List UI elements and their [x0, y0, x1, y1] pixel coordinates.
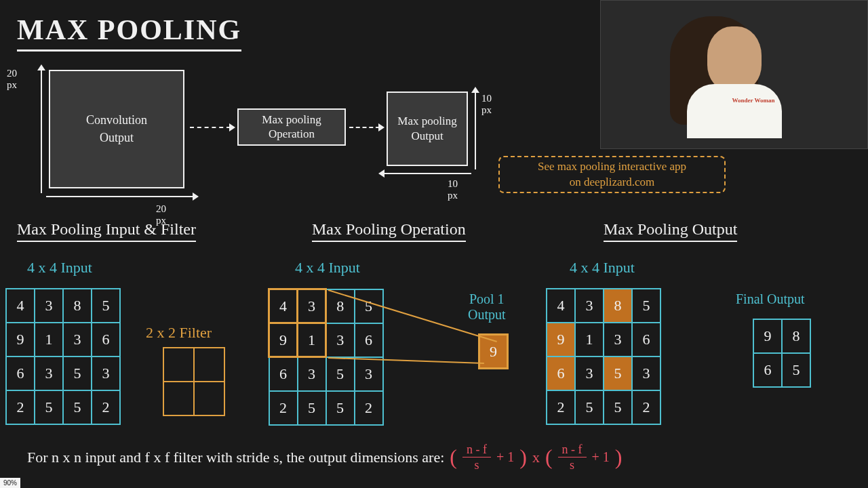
grid-cell: 6 [753, 353, 782, 387]
grid-cell: 3 [575, 289, 604, 323]
dim-10px-h: 10 px [448, 178, 458, 201]
zoom-indicator: 90% [0, 478, 20, 488]
grid-cell: 5 [63, 390, 92, 424]
grid-cell: 5 [35, 390, 63, 424]
grid-cell: 3 [575, 357, 604, 390]
grid-cell: 3 [632, 357, 660, 390]
grid-cell: 1 [298, 323, 326, 357]
grid-cell: 3 [326, 323, 355, 357]
grid-cell: 9 [269, 323, 298, 357]
grid-cell: 9 [547, 323, 575, 357]
label-final-output: Final Output [736, 291, 805, 307]
grid-cell: 2 [6, 390, 35, 424]
convolution-output-box: Convolution Output [49, 70, 184, 188]
grid-cell: 3 [63, 323, 92, 357]
grid-cell: 3 [92, 357, 120, 390]
grid-cell: 5 [92, 289, 120, 323]
grid-cell: 3 [298, 289, 326, 323]
grid-cell: 8 [782, 319, 810, 353]
grid-cell: 6 [547, 357, 575, 390]
section-operation: Max Pooling Operation [312, 220, 466, 242]
grid-cell: 8 [604, 289, 632, 323]
section-output: Max Pooling Output [604, 220, 737, 242]
grid-cell: 6 [92, 323, 120, 357]
dim-10px-v: 10 px [481, 93, 492, 116]
input-grid-2: 4385913663532552 [268, 288, 384, 426]
page-title: MAX POOLING [17, 14, 241, 52]
filter-grid [163, 347, 225, 416]
grid-cell: 1 [575, 323, 604, 357]
grid-cell: 1 [35, 323, 63, 357]
label-input-4x4-2: 4 x 4 Input [295, 259, 360, 277]
label-pool1-output: Pool 1 Output [468, 291, 506, 323]
label-input-4x4-3: 4 x 4 Input [570, 259, 635, 277]
grid-cell: 5 [632, 289, 660, 323]
max-pooling-output-box: Max pooling Output [387, 92, 468, 166]
grid-cell: 3 [604, 323, 632, 357]
input-grid-1: 4385913663532552 [5, 288, 121, 425]
grid-cell: 5 [604, 390, 632, 424]
grid-cell: 2 [269, 391, 298, 425]
grid-cell: 2 [547, 390, 575, 424]
formula-text: For n x n input and f x f filter with st… [27, 449, 444, 466]
grid-cell: 5 [298, 391, 326, 425]
grid-cell: 6 [269, 357, 298, 391]
grid-cell: 9 [6, 323, 35, 357]
grid-cell: 8 [63, 289, 92, 323]
pool-result-grid: 9 [478, 333, 509, 369]
input-grid-3: 4385913663532552 [546, 288, 661, 425]
grid-cell: 3 [298, 357, 326, 391]
grid-cell: 5 [604, 357, 632, 390]
grid-cell: 3 [35, 357, 63, 390]
grid-cell: 3 [355, 357, 383, 391]
grid-cell: 4 [269, 289, 298, 323]
grid-cell: 5 [782, 353, 810, 387]
section-input-filter: Max Pooling Input & Filter [17, 220, 196, 242]
max-pooling-operation-box: Max pooling Operation [237, 108, 346, 146]
shirt-text: Wonder Woman [732, 98, 775, 104]
grid-cell: 2 [355, 391, 383, 425]
label-input-4x4-1: 4 x 4 Input [27, 259, 92, 277]
dim-20px-v: 20 px [7, 68, 17, 91]
interactive-note: See max pooling interactive app on deepl… [498, 156, 726, 193]
grid-cell: 5 [63, 357, 92, 390]
webcam-overlay: Wonder Woman [600, 0, 868, 149]
grid-cell: 5 [326, 391, 355, 425]
grid-cell: 4 [547, 289, 575, 323]
grid-cell: 5 [326, 357, 355, 391]
grid-cell: 6 [6, 357, 35, 390]
grid-cell: 3 [35, 289, 63, 323]
grid-cell: 2 [92, 390, 120, 424]
grid-cell: 2 [632, 390, 660, 424]
formula: For n x n input and f x f filter with st… [27, 443, 623, 471]
grid-cell: 6 [632, 323, 660, 357]
grid-cell: 4 [6, 289, 35, 323]
label-filter-2x2: 2 x 2 Filter [146, 324, 212, 342]
grid-cell: 5 [575, 390, 604, 424]
final-output-grid: 9865 [753, 319, 811, 388]
grid-cell: 6 [355, 323, 383, 357]
grid-cell: 9 [753, 319, 782, 353]
